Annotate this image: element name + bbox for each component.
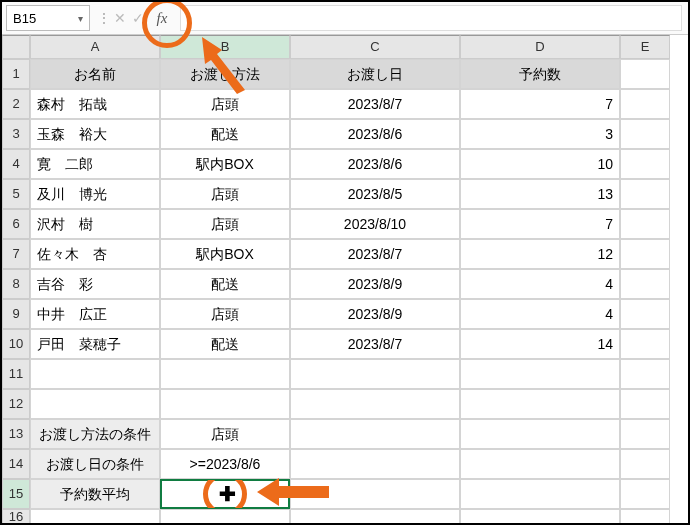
header-date[interactable]: お渡し日 xyxy=(290,59,460,89)
cell-empty[interactable] xyxy=(290,449,460,479)
cell-count[interactable]: 10 xyxy=(460,149,620,179)
cell-empty[interactable] xyxy=(620,239,670,269)
row-header[interactable]: 11 xyxy=(2,359,30,389)
cell-empty[interactable] xyxy=(460,449,620,479)
cell-date[interactable]: 2023/8/5 xyxy=(290,179,460,209)
cell-empty[interactable] xyxy=(620,59,670,89)
row-header[interactable]: 5 xyxy=(2,179,30,209)
cell-empty[interactable] xyxy=(620,209,670,239)
cell-empty[interactable] xyxy=(290,359,460,389)
cell-method[interactable]: 配送 xyxy=(160,269,290,299)
cell-count[interactable]: 4 xyxy=(460,299,620,329)
cell-method[interactable]: 駅内BOX xyxy=(160,239,290,269)
cell-name[interactable]: 沢村 樹 xyxy=(30,209,160,239)
row-header[interactable]: 8 xyxy=(2,269,30,299)
formula-input[interactable] xyxy=(180,5,682,31)
cell-count[interactable]: 7 xyxy=(460,89,620,119)
row-header[interactable]: 4 xyxy=(2,149,30,179)
row-header[interactable]: 1 xyxy=(2,59,30,89)
cell-count[interactable]: 3 xyxy=(460,119,620,149)
cell-empty[interactable] xyxy=(160,389,290,419)
cell-empty[interactable] xyxy=(460,479,620,509)
name-box[interactable]: B15 ▾ xyxy=(6,5,90,31)
cell-name[interactable]: 及川 博光 xyxy=(30,179,160,209)
cell-empty[interactable] xyxy=(290,509,460,525)
cell-empty[interactable] xyxy=(290,389,460,419)
col-header-D[interactable]: D xyxy=(460,35,620,59)
cell-count[interactable]: 13 xyxy=(460,179,620,209)
cell-name[interactable]: 佐々木 杏 xyxy=(30,239,160,269)
cell-empty[interactable] xyxy=(290,419,460,449)
row-header[interactable]: 7 xyxy=(2,239,30,269)
cell-date[interactable]: 2023/8/7 xyxy=(290,89,460,119)
cell-empty[interactable] xyxy=(460,509,620,525)
header-count[interactable]: 予約数 xyxy=(460,59,620,89)
cell-date[interactable]: 2023/8/7 xyxy=(290,239,460,269)
cell-name[interactable]: 吉谷 彩 xyxy=(30,269,160,299)
row-header[interactable]: 16 xyxy=(2,509,30,525)
row-header[interactable]: 15 xyxy=(2,479,30,509)
cell-empty[interactable] xyxy=(620,479,670,509)
confirm-icon[interactable]: ✓ xyxy=(132,10,144,26)
cell-empty[interactable] xyxy=(620,179,670,209)
cell-empty[interactable] xyxy=(620,89,670,119)
cell-empty[interactable] xyxy=(460,359,620,389)
cell-method[interactable]: 店頭 xyxy=(160,209,290,239)
header-name[interactable]: お名前 xyxy=(30,59,160,89)
cancel-icon[interactable]: ✕ xyxy=(114,10,126,26)
cell-empty[interactable] xyxy=(160,509,290,525)
cell-count[interactable]: 12 xyxy=(460,239,620,269)
cond-method-value[interactable]: 店頭 xyxy=(160,419,290,449)
cell-date[interactable]: 2023/8/10 xyxy=(290,209,460,239)
cell-empty[interactable] xyxy=(620,149,670,179)
row-header[interactable]: 6 xyxy=(2,209,30,239)
row-header[interactable]: 12 xyxy=(2,389,30,419)
cell-method[interactable]: 配送 xyxy=(160,329,290,359)
avg-label[interactable]: 予約数平均 xyxy=(30,479,160,509)
cond-date-label[interactable]: お渡し日の条件 xyxy=(30,449,160,479)
cond-date-value[interactable]: >=2023/8/6 xyxy=(160,449,290,479)
cell-empty[interactable] xyxy=(30,359,160,389)
select-all-corner[interactable] xyxy=(2,35,30,59)
row-header[interactable]: 10 xyxy=(2,329,30,359)
row-header[interactable]: 14 xyxy=(2,449,30,479)
col-header-B[interactable]: B xyxy=(160,35,290,59)
cell-name[interactable]: 戸田 菜穂子 xyxy=(30,329,160,359)
cell-empty[interactable] xyxy=(620,359,670,389)
cell-name[interactable]: 玉森 裕大 xyxy=(30,119,160,149)
row-header[interactable]: 3 xyxy=(2,119,30,149)
cell-empty[interactable] xyxy=(620,419,670,449)
cell-empty[interactable] xyxy=(620,269,670,299)
fx-icon[interactable]: fx xyxy=(157,10,168,27)
cell-method[interactable]: 店頭 xyxy=(160,89,290,119)
selected-cell-b15[interactable] xyxy=(160,479,290,509)
cell-empty[interactable] xyxy=(620,389,670,419)
cell-empty[interactable] xyxy=(620,119,670,149)
col-header-E[interactable]: E xyxy=(620,35,670,59)
cell-empty[interactable] xyxy=(620,509,670,525)
col-header-C[interactable]: C xyxy=(290,35,460,59)
cell-method[interactable]: 配送 xyxy=(160,119,290,149)
cell-empty[interactable] xyxy=(620,299,670,329)
cell-empty[interactable] xyxy=(290,479,460,509)
row-header[interactable]: 9 xyxy=(2,299,30,329)
cell-count[interactable]: 7 xyxy=(460,209,620,239)
cell-method[interactable]: 店頭 xyxy=(160,179,290,209)
cell-date[interactable]: 2023/8/6 xyxy=(290,119,460,149)
cell-method[interactable]: 駅内BOX xyxy=(160,149,290,179)
cell-empty[interactable] xyxy=(160,359,290,389)
col-header-A[interactable]: A xyxy=(30,35,160,59)
cell-count[interactable]: 14 xyxy=(460,329,620,359)
cell-method[interactable]: 店頭 xyxy=(160,299,290,329)
cell-date[interactable]: 2023/8/6 xyxy=(290,149,460,179)
chevron-down-icon[interactable]: ▾ xyxy=(78,13,83,24)
cell-empty[interactable] xyxy=(620,329,670,359)
cell-empty[interactable] xyxy=(460,389,620,419)
cell-date[interactable]: 2023/8/9 xyxy=(290,299,460,329)
row-header[interactable]: 13 xyxy=(2,419,30,449)
cell-date[interactable]: 2023/8/7 xyxy=(290,329,460,359)
cell-name[interactable]: 中井 広正 xyxy=(30,299,160,329)
cell-empty[interactable] xyxy=(460,419,620,449)
cell-name[interactable]: 寛 二郎 xyxy=(30,149,160,179)
row-header[interactable]: 2 xyxy=(2,89,30,119)
